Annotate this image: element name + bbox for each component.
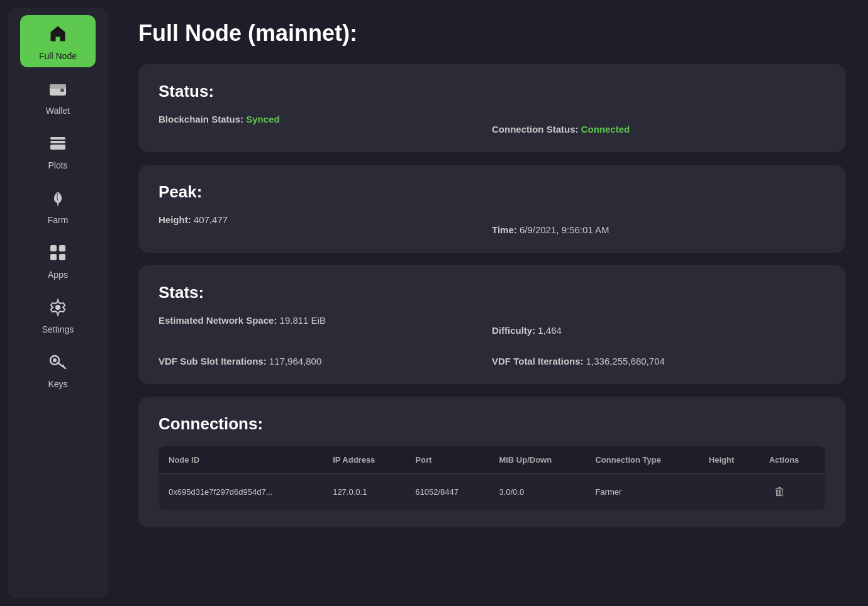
apps-icon [48, 243, 68, 266]
page-title: Full Node (mainnet): [138, 20, 845, 47]
wallet-icon [48, 79, 68, 102]
cell-mib-up-down: 3.0/0.0 [489, 474, 585, 510]
connections-table: Node ID IP Address Port MiB Up/Down Conn… [159, 446, 825, 510]
status-card-row: Blockchain Status: Synced Connection Sta… [159, 114, 825, 135]
sidebar-item-apps[interactable]: Apps [20, 234, 96, 286]
table-row: 0x695d31e7f297d6d954d7... 127.0.0.1 6105… [159, 474, 825, 510]
sidebar-label-wallet: Wallet [46, 106, 70, 116]
time-value: 6/9/2021, 9:56:01 AM [520, 224, 609, 235]
cell-actions[interactable]: 🗑 [759, 474, 825, 510]
svg-rect-8 [59, 245, 65, 251]
sidebar-label-full-node: Full Node [39, 51, 77, 61]
cell-port: 61052/8447 [405, 474, 489, 510]
plots-icon [48, 133, 68, 157]
col-connection-type: Connection Type [585, 446, 698, 474]
svg-rect-7 [50, 245, 57, 251]
sidebar-item-settings[interactable]: Settings [20, 289, 96, 341]
vdf-total-field: VDF Total Iterations: 1,336,255,680,704 [492, 356, 825, 366]
stats-card-title: Stats: [159, 283, 825, 302]
vdf-sub-label: VDF Sub Slot Iterations: [159, 356, 267, 366]
connection-status-label: Connection Status: [492, 124, 579, 135]
sidebar-label-apps: Apps [48, 270, 68, 280]
difficulty-label: Difficulty: [492, 325, 535, 336]
stats-card: Stats: Estimated Network Space: 19.811 E… [138, 265, 845, 384]
vdf-sub-value: 117,964,800 [269, 356, 321, 366]
col-port: Port [405, 446, 489, 474]
cell-height [699, 474, 759, 510]
network-space-value: 19.811 EiB [280, 315, 326, 326]
main-content: Full Node (mainnet): Status: Blockchain … [116, 0, 868, 606]
connections-card-title: Connections: [159, 414, 825, 434]
keys-icon [48, 352, 68, 375]
status-card-title: Status: [159, 82, 825, 101]
svg-rect-1 [50, 84, 66, 89]
vdf-sub-field: VDF Sub Slot Iterations: 117,964,800 [159, 356, 492, 366]
height-value: 407,477 [194, 214, 228, 225]
height-label: Height: [159, 214, 191, 225]
vdf-total-label: VDF Total Iterations: [492, 356, 584, 366]
network-space-field: Estimated Network Space: 19.811 EiB [159, 315, 492, 336]
sidebar-item-farm[interactable]: Farm [20, 179, 96, 231]
svg-rect-2 [60, 89, 64, 92]
col-actions: Actions [759, 446, 825, 474]
blockchain-status-field: Blockchain Status: Synced [159, 114, 492, 135]
svg-point-13 [53, 358, 57, 362]
time-label: Time: [492, 224, 517, 235]
settings-icon [48, 297, 68, 321]
network-space-label: Estimated Network Space: [159, 315, 277, 326]
cell-connection-type: Farmer [585, 474, 698, 510]
peak-card-row: Height: 407,477 Time: 6/9/2021, 9:56:01 … [159, 214, 825, 235]
stats-grid: Estimated Network Space: 19.811 EiB Diff… [159, 315, 825, 366]
delete-connection-button[interactable]: 🗑 [769, 483, 791, 501]
svg-rect-5 [50, 145, 65, 150]
connection-status-value: Connected [581, 124, 630, 135]
sidebar-label-settings: Settings [42, 324, 74, 334]
svg-point-11 [55, 305, 60, 310]
peak-card: Peak: Height: 407,477 Time: 6/9/2021, 9:… [138, 165, 845, 253]
sidebar-item-wallet[interactable]: Wallet [20, 70, 96, 122]
peak-card-title: Peak: [159, 182, 825, 202]
sidebar: Full Node Wallet Plots [8, 8, 108, 598]
connection-status-field: Connection Status: Connected [492, 124, 825, 135]
cell-node-id: 0x695d31e7f297d6d954d7... [159, 474, 323, 510]
sidebar-item-plots[interactable]: Plots [20, 124, 96, 177]
time-field: Time: 6/9/2021, 9:56:01 AM [492, 224, 825, 235]
connections-table-wrapper: Node ID IP Address Port MiB Up/Down Conn… [159, 446, 825, 510]
col-ip-address: IP Address [323, 446, 405, 474]
difficulty-field: Difficulty: 1,464 [492, 325, 825, 336]
sidebar-label-keys: Keys [48, 379, 67, 389]
svg-rect-3 [50, 137, 65, 140]
cell-ip-address: 127.0.0.1 [323, 474, 405, 510]
vdf-total-value: 1,336,255,680,704 [586, 356, 665, 366]
svg-rect-4 [50, 141, 65, 143]
status-card: Status: Blockchain Status: Synced Connec… [138, 64, 845, 152]
blockchain-status-label: Blockchain Status: [159, 114, 243, 124]
farm-icon [48, 188, 68, 211]
col-node-id: Node ID [159, 446, 323, 474]
difficulty-value: 1,464 [538, 325, 562, 336]
col-height: Height [699, 446, 759, 474]
table-header-row: Node ID IP Address Port MiB Up/Down Conn… [159, 446, 825, 474]
connections-card: Connections: Node ID IP Address Port MiB… [138, 397, 845, 527]
svg-rect-9 [50, 254, 57, 260]
sidebar-item-full-node[interactable]: Full Node [20, 15, 96, 67]
home-icon [48, 24, 68, 47]
sidebar-label-farm: Farm [48, 215, 69, 225]
col-mib-up-down: MiB Up/Down [489, 446, 585, 474]
sidebar-item-keys[interactable]: Keys [20, 343, 96, 395]
svg-rect-10 [59, 254, 65, 260]
height-field: Height: 407,477 [159, 214, 492, 235]
sidebar-label-plots: Plots [48, 160, 67, 170]
blockchain-status-value: Synced [246, 114, 279, 124]
svg-rect-6 [57, 202, 58, 206]
